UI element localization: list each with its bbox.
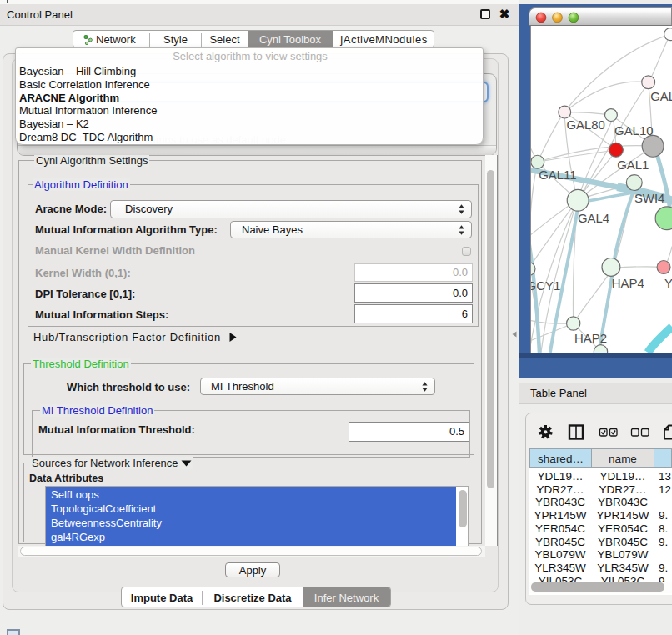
svg-text:HAP2: HAP2 — [574, 332, 607, 345]
svg-text:Y: Y — [664, 277, 672, 290]
svg-text:SWI4: SWI4 — [634, 192, 664, 205]
svg-text:GAL7: GAL7 — [650, 90, 672, 103]
svg-text:GCY1: GCY1 — [530, 279, 560, 292]
svg-text:GAL10: GAL10 — [614, 124, 653, 138]
svg-text:HAP4: HAP4 — [612, 277, 644, 290]
svg-text:GAL80: GAL80 — [566, 118, 604, 132]
svg-text:GAL4: GAL4 — [578, 212, 609, 225]
svg-text:GAL11: GAL11 — [539, 168, 576, 182]
svg-text:GAL1: GAL1 — [617, 158, 649, 172]
